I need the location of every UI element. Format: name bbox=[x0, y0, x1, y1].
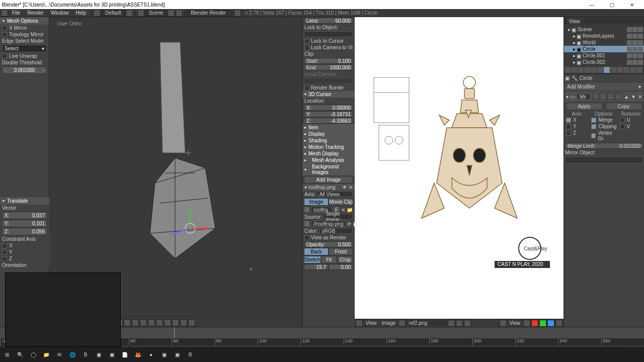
dbl-thresh-field[interactable]: ‹0.001000› bbox=[2, 66, 47, 74]
snap-type-icon[interactable] bbox=[148, 319, 155, 326]
live-unwrap-checkbox[interactable] bbox=[2, 54, 7, 59]
bgimg-header[interactable]: ▾Background Images bbox=[302, 163, 355, 175]
restrict-render-icon[interactable] bbox=[638, 27, 643, 32]
display-header[interactable]: ▸Display bbox=[302, 131, 355, 137]
ctx-modifier-icon[interactable] bbox=[604, 67, 610, 73]
mirror-obj-field[interactable] bbox=[565, 156, 643, 163]
mod-render-icon[interactable] bbox=[592, 93, 599, 100]
restrict-view-icon[interactable] bbox=[627, 34, 632, 39]
restrict-render-icon[interactable] bbox=[638, 60, 643, 65]
tex-u-checkbox[interactable] bbox=[620, 118, 625, 123]
outliner-type-icon[interactable] bbox=[565, 18, 566, 25]
ctx-constraint-icon[interactable] bbox=[597, 67, 603, 73]
render-engine-dropdown[interactable]: Blender Render bbox=[187, 10, 229, 17]
clip-end-field[interactable]: End:1000.000 bbox=[304, 64, 353, 70]
path-reload-icon[interactable]: ⟳ bbox=[347, 221, 351, 227]
ctx-texture-icon[interactable] bbox=[623, 67, 629, 73]
restrict-view-icon[interactable] bbox=[627, 40, 632, 45]
taskbar-app-icon[interactable]: ◯ bbox=[27, 348, 39, 360]
restrict-view-icon[interactable] bbox=[627, 47, 632, 52]
taskbar-app-icon[interactable]: B bbox=[184, 348, 196, 360]
cursor-header[interactable]: ▾3D Cursor bbox=[302, 91, 355, 98]
topomirror-checkbox[interactable] bbox=[2, 32, 7, 37]
img-channels-icon[interactable] bbox=[523, 320, 530, 327]
meshanal-header[interactable]: ▸Mesh Analysis bbox=[302, 157, 355, 163]
offset-x-field[interactable]: 19.7 bbox=[304, 264, 329, 270]
bgimg-tab-image[interactable]: Image bbox=[304, 198, 329, 206]
translate-y-field[interactable]: Y:0.101 bbox=[2, 220, 47, 227]
restrict-render-icon[interactable] bbox=[638, 34, 643, 39]
crop-button[interactable]: Crop bbox=[337, 256, 353, 263]
copy-button[interactable]: Copy bbox=[606, 103, 642, 110]
img-browse-icon[interactable] bbox=[398, 320, 406, 327]
restrict-view-icon[interactable] bbox=[627, 53, 632, 58]
path-field[interactable]: //rooftrap.png bbox=[311, 221, 346, 227]
modifier-name-field[interactable]: Mir bbox=[577, 94, 590, 100]
color-dropdown[interactable]: sRGB bbox=[319, 228, 353, 234]
img-pin-icon[interactable] bbox=[448, 320, 455, 327]
taskbar-app-icon[interactable]: ⊞ bbox=[1, 348, 13, 360]
scene-dropdown[interactable]: Scene bbox=[145, 10, 167, 17]
bgimg-hide-icon[interactable]: 👁 bbox=[342, 185, 347, 190]
mod-cage-icon[interactable] bbox=[615, 93, 622, 100]
cursor-y-field[interactable]: Y:-0.18731 bbox=[304, 111, 353, 117]
bgimg-tab-movie[interactable]: Movie Clip bbox=[329, 198, 353, 206]
restrict-select-icon[interactable] bbox=[632, 27, 637, 32]
bgimg-del-icon[interactable]: ✕ bbox=[349, 185, 353, 190]
image-name-field[interactable]: ref2.png bbox=[407, 320, 447, 326]
restrict-view-icon[interactable] bbox=[627, 60, 632, 65]
taskbar-app-icon[interactable]: 🔍 bbox=[14, 348, 26, 360]
img-editor-type-icon[interactable] bbox=[356, 320, 363, 327]
clip-start-field[interactable]: Start:0.100 bbox=[304, 58, 353, 64]
ctx-material-icon[interactable] bbox=[617, 67, 623, 73]
occlude-icon[interactable] bbox=[172, 319, 179, 326]
axis-y-checkbox[interactable] bbox=[566, 124, 571, 129]
mod-edit-icon[interactable] bbox=[607, 93, 614, 100]
tex-v-checkbox[interactable] bbox=[620, 124, 625, 129]
outliner-search-input[interactable] bbox=[583, 19, 645, 24]
ctx-physics-icon[interactable] bbox=[636, 67, 642, 73]
layout-prev-icon[interactable] bbox=[94, 10, 101, 17]
outliner-item[interactable]: ▸▣RenderLayers bbox=[564, 33, 644, 39]
local-cam-field[interactable] bbox=[304, 78, 353, 84]
taskbar-app-icon[interactable]: ▣ bbox=[158, 348, 170, 360]
axis-x-checkbox[interactable] bbox=[566, 118, 571, 123]
restrict-select-icon[interactable] bbox=[632, 40, 637, 45]
editor-type-icon[interactable] bbox=[1, 10, 8, 17]
motion-header[interactable]: ▸Motion Tracking bbox=[302, 144, 355, 150]
ctx-object-icon[interactable] bbox=[591, 67, 597, 73]
scene-add-icon[interactable] bbox=[168, 10, 175, 17]
outliner-item[interactable]: ▸▣Circle.001 bbox=[564, 52, 644, 59]
taskbar-app-icon[interactable]: ● bbox=[145, 348, 157, 360]
fit-button[interactable]: Fit bbox=[321, 256, 337, 263]
stretch-button[interactable]: Stretch bbox=[304, 256, 321, 263]
ctx-world-icon[interactable] bbox=[584, 67, 590, 73]
xmirror-checkbox[interactable] bbox=[2, 26, 7, 31]
image-canvas[interactable]: Cast&Play CAST N PLAY, 2020 bbox=[355, 17, 564, 319]
back-button[interactable]: Back bbox=[304, 248, 329, 255]
constraint-y-checkbox[interactable] bbox=[2, 250, 7, 255]
bgimg-axis-dropdown[interactable]: All Views bbox=[317, 191, 353, 197]
mod-down-icon[interactable]: ▼ bbox=[631, 94, 636, 100]
source-dropdown[interactable]: Single Image bbox=[323, 214, 353, 220]
window-close-button[interactable]: ✕ bbox=[622, 0, 642, 9]
edge-select-dropdown[interactable]: Select▾ bbox=[2, 45, 47, 52]
ctx-layers-icon[interactable] bbox=[571, 67, 577, 73]
ctx-scene-icon[interactable] bbox=[578, 67, 584, 73]
translate-header[interactable]: Translate bbox=[0, 197, 49, 205]
offset-y-field[interactable]: 0.00 bbox=[329, 264, 353, 270]
taskbar-app-icon[interactable]: 📁 bbox=[40, 348, 52, 360]
restrict-render-icon[interactable] bbox=[638, 47, 643, 52]
vgroup-checkbox[interactable] bbox=[591, 133, 596, 138]
constraint-z-checkbox[interactable] bbox=[2, 256, 7, 261]
window-maximize-button[interactable]: ▢ bbox=[602, 0, 622, 9]
outliner-item[interactable]: ▸▣Circle bbox=[564, 46, 644, 52]
mod-realtime-icon[interactable] bbox=[600, 93, 607, 100]
restrict-select-icon[interactable] bbox=[632, 60, 637, 65]
img-uv-icon[interactable] bbox=[500, 320, 507, 327]
menu-help[interactable]: Help bbox=[73, 10, 90, 16]
layout-add-icon[interactable] bbox=[126, 10, 133, 17]
shading-header[interactable]: ▸Shading bbox=[302, 137, 355, 144]
scene-icon[interactable] bbox=[137, 10, 144, 17]
opacity-field[interactable]: Opacity:0.500 bbox=[304, 241, 353, 247]
